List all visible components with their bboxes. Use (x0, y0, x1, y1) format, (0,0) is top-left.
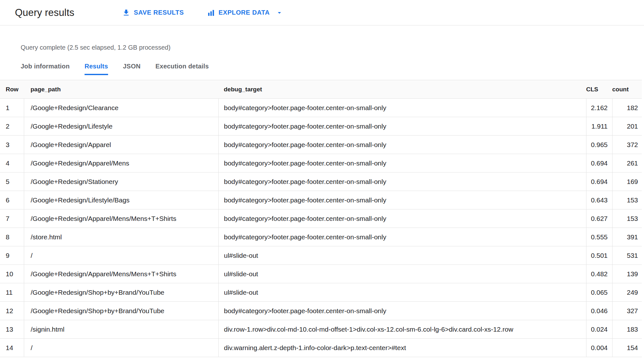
debug-target-cell: ul#slide-out (218, 246, 586, 265)
tab-results[interactable]: Results (85, 63, 108, 75)
cls-cell: 0.694 (586, 172, 612, 191)
table-row: 10 /Google+Redesign/Apparel/Mens/Mens+T+… (0, 265, 642, 283)
page-path-cell: /Google+Redesign/Lifestyle/Bags (24, 191, 218, 209)
page-path-cell: / (24, 339, 218, 357)
debug-target-cell: body#category>footer.page-footer.center-… (218, 228, 586, 246)
count-cell: 201 (612, 117, 642, 136)
row-number-cell: 10 (0, 265, 24, 283)
row-number-cell: 3 (0, 136, 24, 154)
row-number-cell: 9 (0, 246, 24, 265)
cls-cell: 0.555 (586, 228, 612, 246)
count-cell: 249 (612, 283, 642, 302)
debug-target-cell: body#category>footer.page-footer.center-… (218, 99, 586, 117)
row-number-cell: 14 (0, 339, 24, 357)
cls-cell: 0.004 (586, 339, 612, 357)
count-cell: 139 (612, 265, 642, 283)
cls-cell: 0.482 (586, 265, 612, 283)
results-table-body: 1 /Google+Redesign/Clearance body#catego… (0, 99, 642, 357)
debug-target-cell: body#category>footer.page-footer.center-… (218, 302, 586, 320)
results-table: Row page_path debug_target CLS count 1 /… (0, 80, 642, 357)
debug-target-cell: body#category>footer.page-footer.center-… (218, 191, 586, 209)
count-cell: 261 (612, 154, 642, 172)
row-number-cell: 2 (0, 117, 24, 136)
table-row: 12 /Google+Redesign/Shop+by+Brand/YouTub… (0, 302, 642, 320)
table-row: 2 /Google+Redesign/Lifestyle body#catego… (0, 117, 642, 136)
column-header-cls: CLS (586, 80, 612, 99)
table-row: 9 / ul#slide-out 0.501 531 (0, 246, 642, 265)
page-path-cell: /Google+Redesign/Apparel/Mens/Mens+T+Shi… (24, 209, 218, 228)
save-results-button[interactable]: SAVE RESULTS (122, 9, 184, 17)
count-cell: 153 (612, 191, 642, 209)
tab-json[interactable]: JSON (123, 63, 140, 75)
table-row: 8 /store.html body#category>footer.page-… (0, 228, 642, 246)
table-row: 13 /signin.html div.row-1.row>div.col-md… (0, 320, 642, 339)
debug-target-cell: body#category>footer.page-footer.center-… (218, 172, 586, 191)
row-number-cell: 12 (0, 302, 24, 320)
page-path-cell: /Google+Redesign/Lifestyle (24, 117, 218, 136)
page-path-cell: /signin.html (24, 320, 218, 339)
page-title: Query results (15, 7, 74, 18)
count-cell: 153 (612, 209, 642, 228)
row-number-cell: 6 (0, 191, 24, 209)
page-path-cell: /Google+Redesign/Stationery (24, 172, 218, 191)
download-icon (122, 9, 130, 17)
table-row: 11 /Google+Redesign/Shop+by+Brand/YouTub… (0, 283, 642, 302)
column-header-debug-target: debug_target (218, 80, 586, 99)
cls-cell: 0.024 (586, 320, 612, 339)
debug-target-cell: ul#slide-out (218, 265, 586, 283)
count-cell: 372 (612, 136, 642, 154)
page-path-cell: /Google+Redesign/Shop+by+Brand/YouTube (24, 302, 218, 320)
query-results-panel: Query results SAVE RESULTS EXPLORE DATA … (0, 0, 644, 357)
page-path-cell: /store.html (24, 228, 218, 246)
row-number-cell: 5 (0, 172, 24, 191)
debug-target-cell: body#category>footer.page-footer.center-… (218, 209, 586, 228)
row-number-cell: 1 (0, 99, 24, 117)
explore-data-button[interactable]: EXPLORE DATA (207, 9, 284, 17)
column-header-row: Row (0, 80, 24, 99)
row-number-cell: 8 (0, 228, 24, 246)
page-path-cell: /Google+Redesign/Apparel/Mens/Mens+T+Shi… (24, 265, 218, 283)
tab-execution-details[interactable]: Execution details (155, 63, 209, 75)
table-row: 14 / div.warning.alert.z-depth-1.info-co… (0, 339, 642, 357)
query-status-text: Query complete (2.5 sec elapsed, 1.2 GB … (21, 44, 644, 51)
cls-cell: 2.162 (586, 99, 612, 117)
column-header-count: count (612, 80, 642, 99)
row-number-cell: 4 (0, 154, 24, 172)
cls-cell: 0.501 (586, 246, 612, 265)
table-row: 7 /Google+Redesign/Apparel/Mens/Mens+T+S… (0, 209, 642, 228)
tab-job-information[interactable]: Job information (21, 63, 70, 75)
table-row: 1 /Google+Redesign/Clearance body#catego… (0, 99, 642, 117)
table-row: 4 /Google+Redesign/Apparel/Mens body#cat… (0, 154, 642, 172)
row-number-cell: 13 (0, 320, 24, 339)
count-cell: 169 (612, 172, 642, 191)
page-path-cell: /Google+Redesign/Apparel (24, 136, 218, 154)
count-cell: 531 (612, 246, 642, 265)
results-header: Query results SAVE RESULTS EXPLORE DATA (0, 0, 644, 25)
cls-cell: 0.627 (586, 209, 612, 228)
cls-cell: 0.694 (586, 154, 612, 172)
count-cell: 182 (612, 99, 642, 117)
cls-cell: 0.065 (586, 283, 612, 302)
cls-cell: 0.046 (586, 302, 612, 320)
count-cell: 327 (612, 302, 642, 320)
page-path-cell: /Google+Redesign/Shop+by+Brand/YouTube (24, 283, 218, 302)
cls-cell: 0.643 (586, 191, 612, 209)
debug-target-cell: ul#slide-out (218, 283, 586, 302)
results-tabs: Job information Results JSON Execution d… (21, 63, 644, 75)
table-row: 6 /Google+Redesign/Lifestyle/Bags body#c… (0, 191, 642, 209)
bar-chart-icon (207, 9, 215, 17)
save-results-label: SAVE RESULTS (134, 9, 184, 16)
debug-target-cell: body#category>footer.page-footer.center-… (218, 117, 586, 136)
page-path-cell: /Google+Redesign/Apparel/Mens (24, 154, 218, 172)
page-path-cell: / (24, 246, 218, 265)
debug-target-cell: body#category>footer.page-footer.center-… (218, 154, 586, 172)
page-path-cell: /Google+Redesign/Clearance (24, 99, 218, 117)
arrow-drop-down-icon (276, 9, 283, 17)
count-cell: 391 (612, 228, 642, 246)
count-cell: 154 (612, 339, 642, 357)
row-number-cell: 7 (0, 209, 24, 228)
cls-cell: 0.965 (586, 136, 612, 154)
row-number-cell: 11 (0, 283, 24, 302)
column-header-page-path: page_path (24, 80, 218, 99)
debug-target-cell: body#category>footer.page-footer.center-… (218, 136, 586, 154)
